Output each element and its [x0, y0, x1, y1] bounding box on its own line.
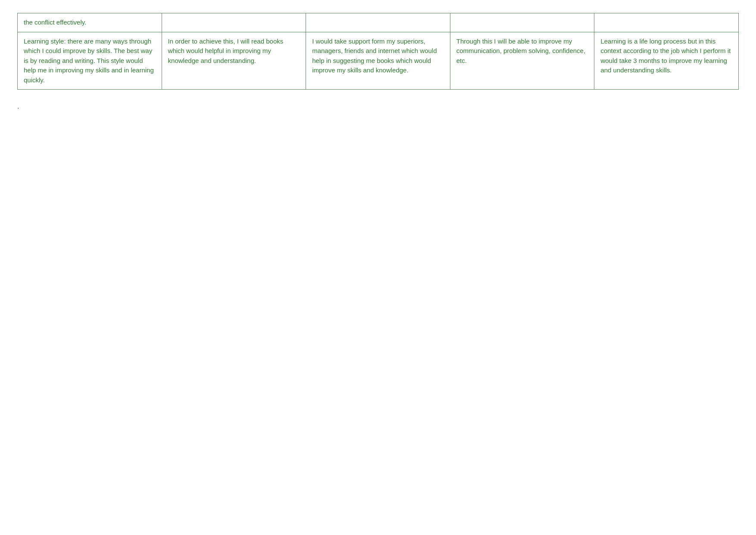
cell-2-5: Learning is a life long process but in t… — [594, 32, 739, 90]
cell-2-4: Through this I will be able to improve m… — [450, 32, 594, 90]
cell-1-1: the conflict effectively. — [18, 13, 162, 32]
dot-text: . — [17, 103, 739, 110]
cell-2-1: Learning style: there are many ways thro… — [18, 32, 162, 90]
cell-2-3: I would take support form my superiors, … — [306, 32, 450, 90]
cell-1-5 — [594, 13, 739, 32]
content-table: the conflict effectively. Learning style… — [17, 13, 739, 90]
main-table-wrapper: the conflict effectively. Learning style… — [17, 13, 739, 90]
table-row: Learning style: there are many ways thro… — [18, 32, 739, 90]
table-row: the conflict effectively. — [18, 13, 739, 32]
cell-1-4 — [450, 13, 594, 32]
cell-2-2: In order to achieve this, I will read bo… — [162, 32, 306, 90]
cell-1-2 — [162, 13, 306, 32]
cell-1-3 — [306, 13, 450, 32]
